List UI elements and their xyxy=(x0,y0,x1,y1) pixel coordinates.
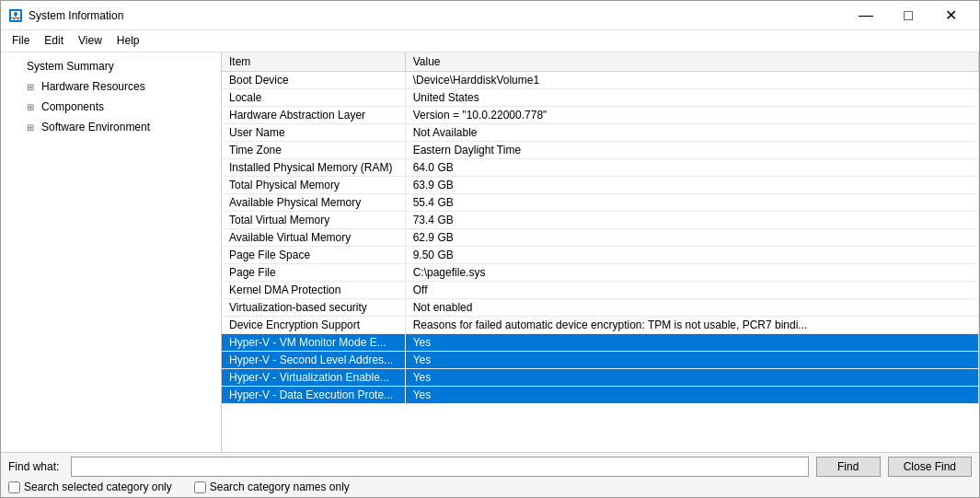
cell-value: \Device\HarddiskVolume1 xyxy=(405,72,978,89)
info-table: Item Value Boot Device\Device\HarddiskVo… xyxy=(222,52,979,404)
window-controls: — □ ✕ xyxy=(845,1,972,30)
table-row[interactable]: Installed Physical Memory (RAM)64.0 GB xyxy=(222,159,979,177)
main-area: System Summary ⊞ Hardware Resources ⊞ Co… xyxy=(1,52,979,452)
sidebar-item-software-environment[interactable]: ⊞ Software Environment xyxy=(1,117,221,137)
menu-file[interactable]: File xyxy=(5,32,37,50)
expander-hardware: ⊞ xyxy=(23,79,38,94)
cell-value: 62.9 GB xyxy=(405,229,978,247)
cell-item: Hardware Abstraction Layer xyxy=(222,107,405,124)
cell-item: Time Zone xyxy=(222,142,405,159)
table-row[interactable]: Page File Space9.50 GB xyxy=(222,247,979,264)
menu-help[interactable]: Help xyxy=(110,32,147,50)
checkbox-selected-category[interactable]: Search selected category only xyxy=(8,481,172,493)
cell-value: Not enabled xyxy=(405,299,978,317)
table-row[interactable]: Available Physical Memory55.4 GB xyxy=(222,194,979,212)
app-icon xyxy=(8,8,23,23)
cell-value: Yes xyxy=(405,334,978,352)
cell-item: Locale xyxy=(222,89,405,107)
expander-components: ⊞ xyxy=(23,99,38,114)
cell-item: Boot Device xyxy=(222,72,405,89)
menu-view[interactable]: View xyxy=(71,32,110,50)
cell-value: Yes xyxy=(405,387,978,404)
expander-software: ⊞ xyxy=(23,120,38,134)
main-window: System Information — □ ✕ File Edit View … xyxy=(0,0,980,498)
content-area: Item Value Boot Device\Device\HarddiskVo… xyxy=(222,52,979,452)
table-row[interactable]: Hyper-V - Second Level Addres...Yes xyxy=(222,352,979,369)
svg-rect-6 xyxy=(15,15,17,17)
sidebar-label-components: Components xyxy=(41,100,104,113)
table-row[interactable]: Time ZoneEastern Daylight Time xyxy=(222,142,979,159)
menu-edit[interactable]: Edit xyxy=(37,32,71,50)
table-row[interactable]: Hardware Abstraction LayerVersion = "10.… xyxy=(222,107,979,124)
checkbox-row: Search selected category only Search cat… xyxy=(8,481,972,493)
table-row[interactable]: Hyper-V - Virtualization Enable...Yes xyxy=(222,369,979,387)
table-row[interactable]: Hyper-V - Data Execution Prote...Yes xyxy=(222,387,979,404)
cell-value: Reasons for failed automatic device encr… xyxy=(405,317,978,334)
cell-value: 9.50 GB xyxy=(405,247,978,264)
cell-value: Off xyxy=(405,282,978,299)
sidebar: System Summary ⊞ Hardware Resources ⊞ Co… xyxy=(1,52,222,452)
cell-value: 55.4 GB xyxy=(405,194,978,212)
cell-item: Total Virtual Memory xyxy=(222,212,405,229)
cell-value: 73.4 GB xyxy=(405,212,978,229)
window-title: System Information xyxy=(29,9,123,22)
cell-value: Version = "10.0.22000.778" xyxy=(405,107,978,124)
sidebar-item-components[interactable]: ⊞ Components xyxy=(1,97,221,117)
cell-item: User Name xyxy=(222,124,405,142)
cell-item: Hyper-V - VM Monitor Mode E... xyxy=(222,334,405,352)
checkbox-category-names-label: Search category names only xyxy=(210,481,350,493)
column-header-item: Item xyxy=(222,52,405,72)
cell-item: Hyper-V - Virtualization Enable... xyxy=(222,369,405,387)
find-button[interactable]: Find xyxy=(816,457,881,477)
column-header-value: Value xyxy=(405,52,978,72)
cell-item: Hyper-V - Second Level Addres... xyxy=(222,352,405,369)
cell-item: Total Physical Memory xyxy=(222,177,405,194)
table-row[interactable]: Device Encryption SupportReasons for fai… xyxy=(222,317,979,334)
close-button[interactable]: ✕ xyxy=(929,1,972,30)
sidebar-label-software-environment: Software Environment xyxy=(41,121,150,133)
menu-bar: File Edit View Help xyxy=(1,30,979,52)
checkbox-selected-category-label: Search selected category only xyxy=(24,481,172,493)
cell-item: Device Encryption Support xyxy=(222,317,405,334)
table-row[interactable]: Hyper-V - VM Monitor Mode E...Yes xyxy=(222,334,979,352)
table-row[interactable]: Boot Device\Device\HarddiskVolume1 xyxy=(222,72,979,89)
bottom-bar: Find what: Find Close Find Search select… xyxy=(1,452,979,497)
table-row[interactable]: Total Physical Memory63.9 GB xyxy=(222,177,979,194)
maximize-button[interactable]: □ xyxy=(887,1,929,30)
cell-item: Available Physical Memory xyxy=(222,194,405,212)
cell-item: Kernel DMA Protection xyxy=(222,282,405,299)
svg-rect-4 xyxy=(18,18,20,20)
sidebar-item-system-summary[interactable]: System Summary xyxy=(1,56,221,76)
svg-rect-2 xyxy=(11,18,14,20)
table-row[interactable]: Virtualization-based securityNot enabled xyxy=(222,299,979,317)
cell-item: Page File xyxy=(222,264,405,282)
sidebar-label-system-summary: System Summary xyxy=(27,60,114,73)
svg-rect-3 xyxy=(15,18,17,20)
cell-value: Eastern Daylight Time xyxy=(405,142,978,159)
minimize-button[interactable]: — xyxy=(845,1,887,30)
cell-value: Yes xyxy=(405,352,978,369)
table-row[interactable]: Available Virtual Memory62.9 GB xyxy=(222,229,979,247)
find-label: Find what: xyxy=(8,460,63,473)
table-row[interactable]: User NameNot Available xyxy=(222,124,979,142)
table-row[interactable]: Kernel DMA ProtectionOff xyxy=(222,282,979,299)
table-row[interactable]: LocaleUnited States xyxy=(222,89,979,107)
title-bar: System Information — □ ✕ xyxy=(1,1,979,30)
table-container[interactable]: Item Value Boot Device\Device\HarddiskVo… xyxy=(222,52,979,452)
find-row: Find what: Find Close Find xyxy=(8,457,972,477)
checkbox-selected-category-input[interactable] xyxy=(8,481,20,493)
sidebar-item-hardware-resources[interactable]: ⊞ Hardware Resources xyxy=(1,76,221,97)
sidebar-label-hardware-resources: Hardware Resources xyxy=(41,80,145,93)
cell-item: Hyper-V - Data Execution Prote... xyxy=(222,387,405,404)
close-find-button[interactable]: Close Find xyxy=(888,457,972,477)
checkbox-category-names[interactable]: Search category names only xyxy=(194,481,350,493)
title-bar-left: System Information xyxy=(8,8,123,23)
cell-item: Page File Space xyxy=(222,247,405,264)
table-row[interactable]: Total Virtual Memory73.4 GB xyxy=(222,212,979,229)
cell-value: Yes xyxy=(405,369,978,387)
find-input[interactable] xyxy=(71,457,809,477)
cell-value: Not Available xyxy=(405,124,978,142)
table-row[interactable]: Page FileC:\pagefile.sys xyxy=(222,264,979,282)
checkbox-category-names-input[interactable] xyxy=(194,481,206,493)
cell-item: Available Virtual Memory xyxy=(222,229,405,247)
